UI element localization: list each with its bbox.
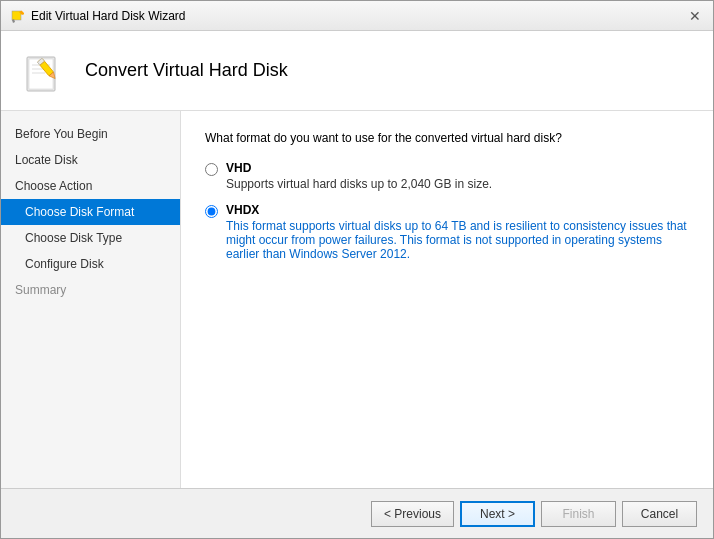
previous-button[interactable]: < Previous (371, 501, 454, 527)
vhdx-radio[interactable] (205, 205, 218, 218)
next-button[interactable]: Next > (460, 501, 535, 527)
title-bar-text: Edit Virtual Hard Disk Wizard (31, 9, 685, 23)
vhd-description: Supports virtual hard disks up to 2,040 … (226, 177, 492, 191)
wizard-footer: < Previous Next > Finish Cancel (1, 488, 713, 538)
header-icon (21, 47, 69, 95)
title-bar: Edit Virtual Hard Disk Wizard ✕ (1, 1, 713, 31)
close-button[interactable]: ✕ (685, 6, 705, 26)
sidebar-item-choose-action[interactable]: Choose Action (1, 173, 180, 199)
sidebar-item-locate-disk[interactable]: Locate Disk (1, 147, 180, 173)
vhd-radio-row: VHD Supports virtual hard disks up to 2,… (205, 161, 689, 191)
cancel-button[interactable]: Cancel (622, 501, 697, 527)
vhd-radio[interactable] (205, 163, 218, 176)
sidebar-item-before-you-begin[interactable]: Before You Begin (1, 121, 180, 147)
sidebar: Before You Begin Locate Disk Choose Acti… (1, 111, 181, 488)
wizard-header: Convert Virtual Hard Disk (1, 31, 713, 111)
content-area: Before You Begin Locate Disk Choose Acti… (1, 111, 713, 488)
question-text: What format do you want to use for the c… (205, 131, 689, 145)
vhd-label[interactable]: VHD (226, 161, 251, 175)
finish-button: Finish (541, 501, 616, 527)
vhd-option-group: VHD Supports virtual hard disks up to 2,… (205, 161, 689, 191)
sidebar-item-configure-disk[interactable]: Configure Disk (1, 251, 180, 277)
vhdx-radio-row: VHDX This format supports virtual disks … (205, 203, 689, 261)
sidebar-item-choose-disk-type[interactable]: Choose Disk Type (1, 225, 180, 251)
window-icon (9, 8, 25, 24)
vhdx-description: This format supports virtual disks up to… (226, 219, 689, 261)
vhdx-label[interactable]: VHDX (226, 203, 259, 217)
main-panel: What format do you want to use for the c… (181, 111, 713, 488)
vhdx-option-group: VHDX This format supports virtual disks … (205, 203, 689, 261)
sidebar-item-choose-disk-format[interactable]: Choose Disk Format (1, 199, 180, 225)
sidebar-item-summary[interactable]: Summary (1, 277, 180, 303)
wizard-title: Convert Virtual Hard Disk (85, 60, 288, 81)
wizard-window: Edit Virtual Hard Disk Wizard ✕ Con (0, 0, 714, 539)
